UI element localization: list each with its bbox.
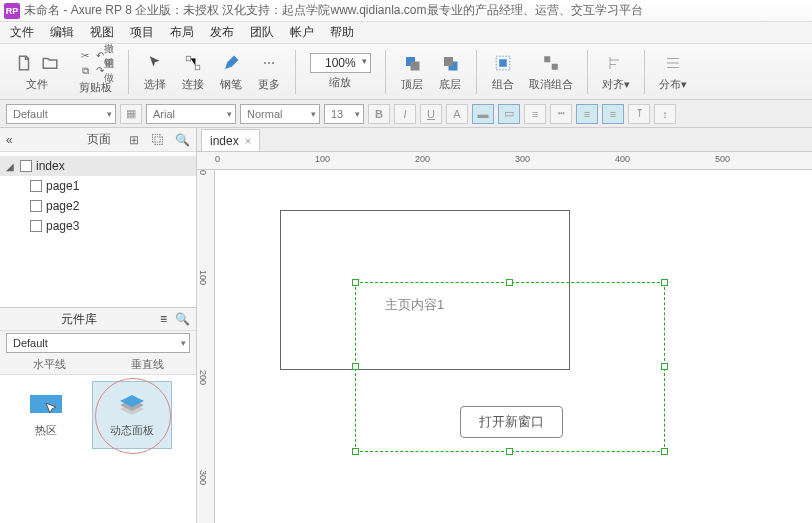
page-tabs: index× xyxy=(197,128,812,152)
menu-team[interactable]: 团队 xyxy=(244,22,280,43)
resize-handle[interactable] xyxy=(352,363,359,370)
front-label: 顶层 xyxy=(401,77,423,92)
library-selector-row: Default xyxy=(0,331,196,355)
button-widget[interactable]: 打开新窗口 xyxy=(460,406,563,438)
pages-tree: ◢index page1 page2 page3 xyxy=(0,152,196,307)
ruler-tick: 200 xyxy=(415,154,430,164)
pen-tool-icon[interactable] xyxy=(219,51,243,75)
open-file-icon[interactable] xyxy=(38,51,62,75)
library-menu-icon[interactable]: ≡ xyxy=(160,312,167,326)
menu-view[interactable]: 视图 xyxy=(84,22,120,43)
connect-tool-icon[interactable] xyxy=(181,51,205,75)
zoom-combo[interactable]: 100% xyxy=(310,53,371,73)
add-page-icon[interactable]: ⊞ xyxy=(126,132,142,148)
app-logo-icon: RP xyxy=(4,3,20,19)
widget-hotspot[interactable]: 热区 xyxy=(6,381,86,449)
underline-button[interactable]: U xyxy=(420,104,442,124)
tree-node-root[interactable]: ◢index xyxy=(0,156,196,176)
resize-handle[interactable] xyxy=(506,448,513,455)
menu-file[interactable]: 文件 xyxy=(4,22,40,43)
line-width-button[interactable]: ≡ xyxy=(524,104,546,124)
resize-handle[interactable] xyxy=(506,279,513,286)
svg-rect-3 xyxy=(410,62,419,71)
font-color-button[interactable]: A xyxy=(446,104,468,124)
design-canvas[interactable]: 主页内容1 打开新窗口 xyxy=(215,170,812,523)
file-label: 文件 xyxy=(26,77,48,92)
send-back-icon[interactable] xyxy=(438,51,462,75)
group-front: 顶层 xyxy=(396,51,428,92)
more-label: 更多 xyxy=(258,77,280,92)
menu-account[interactable]: 帐户 xyxy=(284,22,320,43)
cut-icon[interactable]: ✂ xyxy=(76,49,94,63)
dist-label: 分布▾ xyxy=(659,77,687,92)
more-tool-icon[interactable]: ⋯ xyxy=(257,51,281,75)
resize-handle[interactable] xyxy=(352,448,359,455)
resize-handle[interactable] xyxy=(661,363,668,370)
italic-button[interactable]: I xyxy=(394,104,416,124)
select-tool-icon[interactable] xyxy=(143,51,167,75)
align-center-button[interactable]: ≡ xyxy=(602,104,624,124)
add-folder-icon[interactable]: ⿻ xyxy=(150,132,166,148)
group-clipboard: ✂ ↶撤销 ⧉ ↷重做 剪贴板 xyxy=(72,49,118,95)
resize-handle[interactable] xyxy=(661,448,668,455)
menu-project[interactable]: 项目 xyxy=(124,22,160,43)
resize-handle[interactable] xyxy=(352,279,359,286)
ruler-tick: 100 xyxy=(198,270,208,285)
search-pages-icon[interactable]: 🔍 xyxy=(174,132,190,148)
style-paint-icon[interactable]: ▦ xyxy=(120,104,142,124)
dynamic-panel-icon xyxy=(114,393,150,419)
search-library-icon[interactable]: 🔍 xyxy=(175,312,190,326)
align-top-button[interactable]: ⤒ xyxy=(628,104,650,124)
tab-index[interactable]: index× xyxy=(201,129,260,151)
main-toolbar: 文件 ✂ ↶撤销 ⧉ ↷重做 剪贴板 选择 连接 钢笔 ⋯ 更多 100% 缩放 xyxy=(0,44,812,100)
menu-publish[interactable]: 发布 xyxy=(204,22,240,43)
font-combo[interactable]: Arial xyxy=(146,104,236,124)
text-widget[interactable]: 主页内容1 xyxy=(385,296,444,314)
left-sidebar: « 页面 ⊞ ⿻ 🔍 ◢index page1 page2 page3 元件库 … xyxy=(0,128,197,523)
bring-front-icon[interactable] xyxy=(400,51,424,75)
tree-node[interactable]: page2 xyxy=(0,196,196,216)
close-tab-icon[interactable]: × xyxy=(245,135,251,147)
border-color-button[interactable]: ▭ xyxy=(498,104,520,124)
separator xyxy=(587,50,588,94)
size-combo[interactable]: 13 xyxy=(324,104,364,124)
svg-rect-9 xyxy=(551,64,557,70)
bold-button[interactable]: B xyxy=(368,104,390,124)
tab-label: index xyxy=(210,134,239,148)
canvas-area: index× 0 100 200 300 400 500 0 100 200 3… xyxy=(197,128,812,523)
fill-color-button[interactable]: ▬ xyxy=(472,104,494,124)
line-style-button[interactable]: ┅ xyxy=(550,104,572,124)
menu-help[interactable]: 帮助 xyxy=(324,22,360,43)
widget-dynamic-panel[interactable]: 动态面板 xyxy=(92,381,172,449)
back-label: 底层 xyxy=(439,77,461,92)
ruler-tick: 300 xyxy=(198,470,208,485)
distribute-icon[interactable] xyxy=(661,51,685,75)
align-middle-button[interactable]: ↕ xyxy=(654,104,676,124)
menu-layout[interactable]: 布局 xyxy=(164,22,200,43)
library-items: 热区 动态面板 xyxy=(0,375,196,523)
redo-button[interactable]: ↷重做 xyxy=(96,64,114,78)
tree-node[interactable]: page3 xyxy=(0,216,196,236)
copy-icon[interactable]: ⧉ xyxy=(76,64,94,78)
category-hline[interactable]: 水平线 xyxy=(33,357,66,372)
align-label: 对齐▾ xyxy=(602,77,630,92)
category-vline[interactable]: 垂直线 xyxy=(131,357,164,372)
new-file-icon[interactable] xyxy=(12,51,36,75)
menu-edit[interactable]: 编辑 xyxy=(44,22,80,43)
ungroup-icon[interactable] xyxy=(539,51,563,75)
tree-node[interactable]: page1 xyxy=(0,176,196,196)
widget-label: 热区 xyxy=(35,423,57,438)
main-area: « 页面 ⊞ ⿻ 🔍 ◢index page1 page2 page3 元件库 … xyxy=(0,128,812,523)
group-icon[interactable] xyxy=(491,51,515,75)
weight-combo[interactable]: Normal xyxy=(240,104,320,124)
page-icon xyxy=(20,160,32,172)
style-combo[interactable]: Default xyxy=(6,104,116,124)
menubar: 文件 编辑 视图 项目 布局 发布 团队 帐户 帮助 xyxy=(0,22,812,44)
resize-handle[interactable] xyxy=(661,279,668,286)
collapse-icon[interactable]: « xyxy=(6,133,13,147)
align-icon[interactable] xyxy=(604,51,628,75)
connect-label: 连接 xyxy=(182,77,204,92)
align-left-button[interactable]: ≡ xyxy=(576,104,598,124)
format-bar: Default ▦ Arial Normal 13 B I U A ▬ ▭ ≡ … xyxy=(0,100,812,128)
library-combo[interactable]: Default xyxy=(6,333,190,353)
